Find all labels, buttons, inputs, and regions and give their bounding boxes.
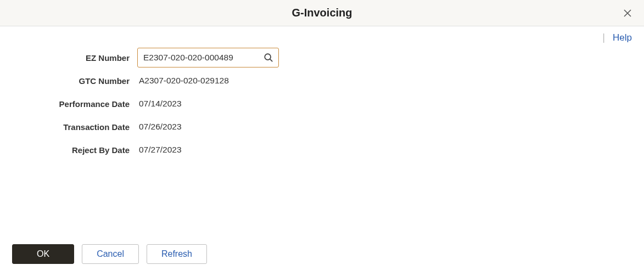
search-icon: [264, 53, 273, 63]
toolbar-right: | Help: [0, 26, 644, 43]
toolbar-divider: |: [602, 32, 605, 43]
page-title: G-Invoicing: [292, 7, 352, 19]
label-reject-by-date: Reject By Date: [0, 145, 137, 155]
svg-point-2: [265, 54, 271, 60]
row-ez-number: EZ Number: [0, 47, 644, 69]
row-performance-date: Performance Date 07/14/2023: [0, 93, 644, 115]
label-performance-date: Performance Date: [0, 99, 137, 109]
svg-line-3: [270, 59, 273, 62]
ok-button[interactable]: OK: [12, 244, 74, 264]
row-reject-by-date: Reject By Date 07/27/2023: [0, 139, 644, 161]
help-link[interactable]: Help: [613, 32, 632, 43]
button-bar: OK Cancel Refresh: [12, 244, 207, 264]
label-gtc-number: GTC Number: [0, 76, 137, 86]
value-gtc-number: A2307-020-020-029128: [137, 76, 229, 86]
ez-number-search-button[interactable]: [262, 52, 275, 64]
row-gtc-number: GTC Number A2307-020-020-029128: [0, 70, 644, 92]
refresh-button[interactable]: Refresh: [147, 244, 207, 264]
row-transaction-date: Transaction Date 07/26/2023: [0, 116, 644, 138]
cancel-button[interactable]: Cancel: [82, 244, 139, 264]
label-transaction-date: Transaction Date: [0, 122, 137, 132]
value-transaction-date: 07/26/2023: [137, 122, 182, 132]
close-icon: [623, 9, 632, 18]
close-button[interactable]: [620, 5, 635, 21]
value-reject-by-date: 07/27/2023: [137, 145, 182, 155]
ez-number-lookup: [137, 48, 279, 67]
form-area: EZ Number GTC Number A2307-020-020-02912…: [0, 43, 644, 161]
dialog-header: G-Invoicing: [0, 0, 644, 26]
ez-number-input[interactable]: [137, 48, 279, 67]
label-ez-number: EZ Number: [0, 53, 137, 63]
value-performance-date: 07/14/2023: [137, 99, 182, 109]
